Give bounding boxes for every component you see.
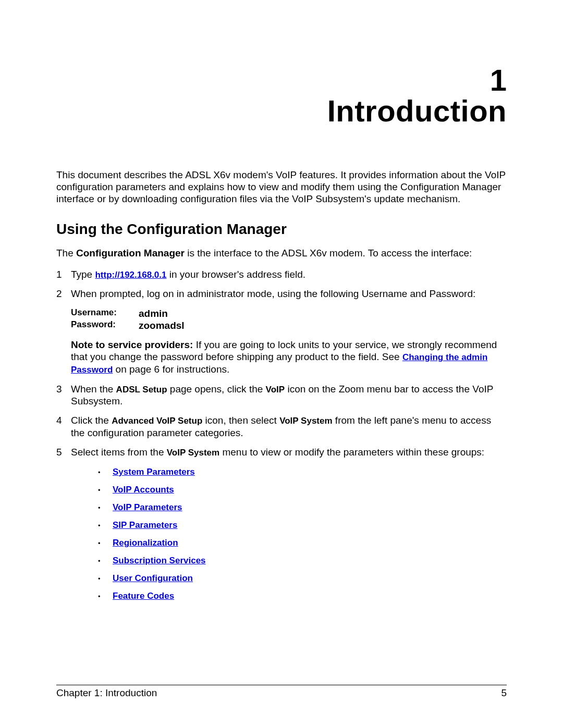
sip-parameters-link[interactable]: SIP Parameters [113,520,177,531]
bullet-icon: • [98,467,113,478]
parameter-bullet-list: •System Parameters •VoIP Accounts •VoIP … [71,467,507,602]
note-bold: Note to service providers: [71,339,193,350]
step-number: 2 [56,288,71,300]
voip-parameters-link[interactable]: VoIP Parameters [113,502,182,513]
bullet-icon: • [98,591,113,602]
footer-chapter-label: Chapter 1: Introduction [56,687,157,699]
page-number: 5 [501,687,507,699]
voip-system-bold: VoIP System [279,416,332,426]
text: on page 6 for instructions. [113,364,229,375]
step-body: When the ADSL Setup page opens, click th… [71,383,507,408]
regionalization-link[interactable]: Regionalization [113,538,178,549]
text: menu to view or modify the parameters wi… [219,447,484,458]
text: The [56,248,76,258]
password-value: zoomadsl [139,319,185,331]
step-number: 5 [56,446,71,458]
step-5: 5 Select items from the VoIP System menu… [56,446,507,609]
steps-list: 1 Type http://192.168.0.1 in your browse… [56,268,507,609]
bullet-icon: • [98,573,113,585]
section-heading: Using the Configuration Manager [56,221,507,238]
user-configuration-link[interactable]: User Configuration [113,573,193,584]
page: 1 Introduction This document describes t… [0,0,563,728]
list-item: •VoIP Parameters [98,502,507,514]
bullet-icon: • [98,520,113,532]
feature-codes-link[interactable]: Feature Codes [113,591,174,602]
text: icon, then select [202,415,279,426]
step-3: 3 When the ADSL Setup page opens, click … [56,383,507,408]
modem-url-link[interactable]: http://192.168.0.1 [95,270,166,280]
step-body: Select items from the VoIP System menu t… [71,446,507,609]
step-body: Click the Advanced VoIP Setup icon, then… [71,414,507,439]
text: Select items from the [71,447,167,458]
voip-system-bold: VoIP System [167,448,219,458]
bullet-icon: • [98,485,113,496]
chapter-title: Introduction [56,93,507,128]
list-item: •Subscription Services [98,556,507,567]
text: Type [71,269,95,280]
list-item: •SIP Parameters [98,520,507,532]
text: is the interface to the ADSL X6v modem. … [185,248,472,258]
page-footer: Chapter 1: Introduction 5 [56,685,507,699]
text: page opens, click the [167,384,266,394]
credentials-block: Username: admin Password: zoomadsl [71,307,507,331]
voip-accounts-link[interactable]: VoIP Accounts [113,485,174,496]
section-intro: The Configuration Manager is the interfa… [56,247,507,259]
step-4: 4 Click the Advanced VoIP Setup icon, th… [56,414,507,439]
list-item: •VoIP Accounts [98,485,507,496]
username-label: Username: [71,307,139,319]
bullet-icon: • [98,502,113,514]
list-item: •User Configuration [98,573,507,585]
text: in your browser's address field. [167,269,306,280]
password-label: Password: [71,319,139,331]
service-provider-note: Note to service providers: If you are go… [71,339,507,376]
adsl-setup-bold: ADSL Setup [116,385,167,394]
advanced-voip-bold: Advanced VoIP Setup [112,416,202,426]
list-item: •System Parameters [98,467,507,478]
bullet-icon: • [98,556,113,567]
username-value: admin [139,307,168,319]
step-1: 1 Type http://192.168.0.1 in your browse… [56,268,507,281]
text: Click the [71,415,112,426]
subscription-services-link[interactable]: Subscription Services [113,556,206,566]
step-body: Type http://192.168.0.1 in your browser'… [71,268,507,281]
text: When the [71,384,116,394]
username-row: Username: admin [71,307,507,319]
step-number: 4 [56,414,71,426]
system-parameters-link[interactable]: System Parameters [113,467,195,478]
text: When prompted, log on in administrator m… [71,288,507,300]
chapter-number: 1 [56,63,507,97]
voip-bold: VoIP [266,385,285,394]
step-body: When prompted, log on in administrator m… [71,288,507,375]
list-item: •Regionalization [98,538,507,549]
list-item: •Feature Codes [98,591,507,602]
footer-rule [56,685,507,685]
config-manager-bold: Configuration Manager [76,248,185,258]
bullet-icon: • [98,538,113,549]
step-2: 2 When prompted, log on in administrator… [56,288,507,375]
password-row: Password: zoomadsl [71,319,507,331]
step-number: 3 [56,383,71,395]
step-number: 1 [56,268,71,280]
intro-paragraph: This document describes the ADSL X6v mod… [56,169,507,205]
